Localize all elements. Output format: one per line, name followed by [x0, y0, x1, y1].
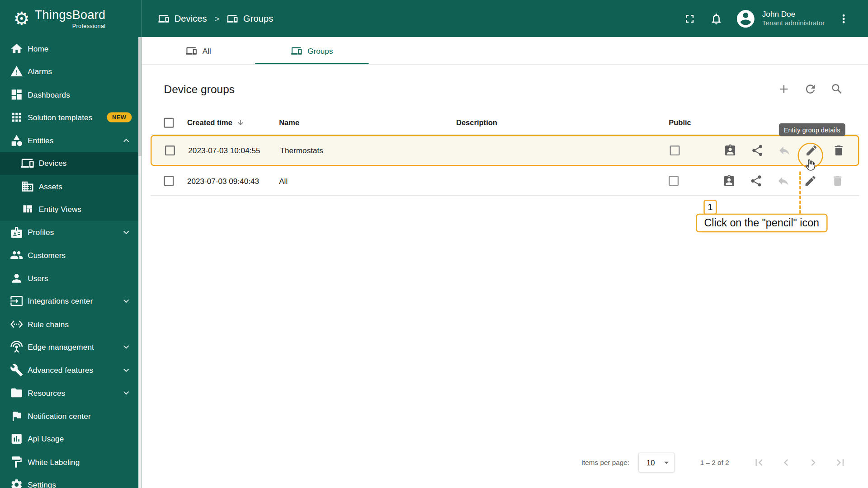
last-page-icon — [834, 456, 847, 469]
paint-icon — [10, 455, 23, 468]
folder-icon — [10, 386, 23, 399]
sidebar-item-dashboards[interactable]: Dashboards — [0, 83, 138, 106]
edit-button[interactable] — [804, 174, 817, 187]
sidebar-nav: Home Alarms Dashboards Solution template… — [0, 37, 138, 488]
annotation-step-number: 1 — [703, 200, 717, 215]
row-checkbox[interactable] — [165, 145, 175, 155]
top-header: Devices > Groups John Doe Tenant adminis… — [142, 0, 868, 37]
chevron-down-icon — [121, 387, 132, 398]
sidebar-scrollbar[interactable] — [138, 37, 142, 488]
fullscreen-button[interactable] — [679, 9, 699, 28]
sort-desc-icon — [236, 118, 245, 127]
user-menu[interactable]: John Doe Tenant administrator — [735, 8, 825, 29]
flag-icon — [10, 409, 23, 422]
column-header-name[interactable]: Name — [274, 118, 452, 127]
sidebar-item-advanced-features[interactable]: Advanced features — [0, 358, 138, 381]
column-header-created-time[interactable]: Created time — [183, 118, 274, 127]
cell-created-time: 2023-07-03 09:40:43 — [183, 176, 274, 185]
apps-icon — [10, 111, 23, 124]
column-header-public[interactable]: Public — [659, 118, 714, 127]
sidebar-item-notification-center[interactable]: Notification center — [0, 404, 138, 427]
new-badge: NEW — [107, 113, 132, 122]
more-menu-button[interactable] — [834, 9, 854, 28]
group-users-button[interactable] — [722, 174, 736, 187]
sidebar-item-label: Edge management — [28, 343, 94, 352]
chevron-down-icon — [121, 227, 132, 238]
chevron-down-icon — [121, 365, 132, 375]
breadcrumb-devices[interactable]: Devices — [175, 13, 207, 23]
sidebar-item-customers[interactable]: Customers — [0, 244, 138, 267]
row-actions — [714, 174, 859, 187]
sidebar-item-label: Users — [28, 274, 48, 283]
devices-icon — [158, 13, 169, 24]
select-all-checkbox[interactable] — [164, 117, 174, 127]
chevron-down-icon — [121, 296, 132, 306]
thingsboard-logo[interactable]: ⚙ ThingsBoard Professional — [0, 0, 142, 37]
sidebar-item-label: Assets — [39, 182, 62, 191]
sidebar-item-white-labeling[interactable]: White Labeling — [0, 450, 138, 474]
sidebar-item-api-usage[interactable]: Api Usage — [0, 427, 138, 450]
logo-text: ThingsBoard Professional — [35, 8, 106, 29]
cell-name: Thermostats — [276, 146, 453, 155]
view-quilt-icon — [21, 202, 34, 216]
sidebar-item-assets[interactable]: Assets — [0, 175, 138, 198]
tab-all[interactable]: All — [142, 37, 255, 64]
sidebar-item-resources[interactable]: Resources — [0, 381, 138, 404]
share-button[interactable] — [750, 174, 763, 187]
row-checkbox[interactable] — [164, 176, 174, 186]
person-icon — [10, 272, 23, 285]
ethernet-icon — [10, 318, 23, 331]
sidebar-item-users[interactable]: Users — [0, 267, 138, 290]
tab-label: Groups — [307, 46, 333, 55]
refresh-button[interactable] — [804, 82, 817, 95]
sidebar-item-settings[interactable]: Settings — [0, 474, 138, 488]
add-entity-group-button[interactable] — [777, 82, 790, 95]
search-icon — [830, 82, 844, 95]
group-users-button[interactable] — [723, 144, 736, 157]
delete-icon — [832, 144, 845, 157]
sidebar-item-label: Devices — [39, 159, 67, 168]
gear-logo-icon: ⚙ — [13, 9, 29, 28]
sidebar-item-label: White Labeling — [28, 457, 80, 466]
table-row-all[interactable]: 2023-07-03 09:40:43 All — [151, 166, 859, 196]
breadcrumb-groups[interactable]: Groups — [243, 13, 273, 23]
table-row-thermostats[interactable]: 2023-07-03 10:04:55 Thermostats — [151, 135, 859, 166]
avatar-icon — [735, 8, 756, 29]
sidebar-item-integrations-center[interactable]: Integrations center — [0, 290, 138, 313]
public-checkbox[interactable] — [669, 176, 679, 186]
delete-button — [831, 174, 844, 187]
tools-icon — [10, 363, 23, 376]
tab-groups[interactable]: Groups — [255, 37, 368, 64]
sidebar-item-entities[interactable]: Entities — [0, 129, 138, 152]
sidebar-item-solution-templates[interactable]: Solution templates NEW — [0, 106, 138, 129]
sidebar-item-edge-management[interactable]: Edge management — [0, 336, 138, 359]
sidebar-item-entity-views[interactable]: Entity Views — [0, 198, 138, 221]
share-icon — [750, 174, 763, 187]
sidebar-item-alarms[interactable]: Alarms — [0, 60, 138, 83]
notifications-button[interactable] — [706, 9, 726, 28]
refresh-icon — [804, 82, 817, 95]
sidebar-item-rule-chains[interactable]: Rule chains — [0, 313, 138, 336]
input-icon — [10, 295, 23, 308]
public-checkbox[interactable] — [670, 145, 680, 155]
tab-label: All — [203, 46, 211, 55]
sidebar-item-devices[interactable]: Devices — [0, 152, 138, 175]
column-header-description[interactable]: Description — [452, 118, 659, 127]
bell-icon — [709, 12, 722, 25]
sidebar-item-profiles[interactable]: Profiles — [0, 221, 138, 244]
table-toolbar-actions — [777, 82, 844, 95]
sidebar-item-label: Entities — [28, 136, 53, 145]
column-label: Name — [279, 118, 299, 127]
share-button[interactable] — [750, 144, 764, 157]
pagination-nav — [752, 456, 847, 469]
warning-icon — [10, 65, 23, 78]
make-private-button — [778, 144, 791, 157]
category-icon — [10, 134, 23, 147]
delete-button[interactable] — [832, 144, 845, 157]
delete-icon — [831, 174, 844, 187]
search-button[interactable] — [830, 82, 844, 95]
sidebar-item-home[interactable]: Home — [0, 37, 138, 60]
items-per-page-select[interactable]: 10 — [638, 453, 675, 473]
header-actions: John Doe Tenant administrator — [679, 8, 854, 29]
cell-created-time: 2023-07-03 10:04:55 — [184, 146, 276, 155]
